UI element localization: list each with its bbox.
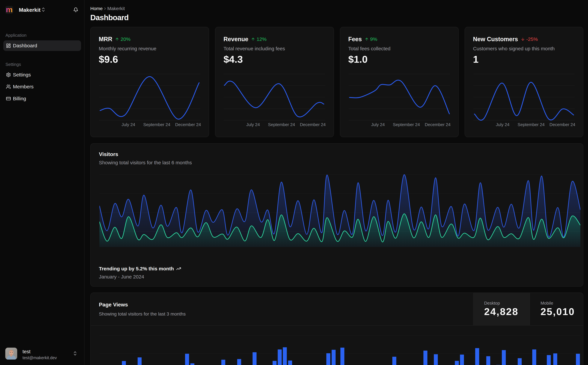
svg-text:July 24: July 24 <box>122 122 135 127</box>
svg-text:July 24: July 24 <box>371 122 385 127</box>
svg-text:m: m <box>6 6 13 14</box>
svg-text:September 24: September 24 <box>393 122 420 127</box>
svg-text:September 24: September 24 <box>143 122 170 127</box>
svg-text:September 24: September 24 <box>268 122 295 127</box>
svg-text:July 24: July 24 <box>246 122 260 127</box>
svg-text:December 24: December 24 <box>175 122 201 127</box>
svg-text:December 24: December 24 <box>549 122 575 127</box>
svg-text:July 24: July 24 <box>496 122 509 127</box>
svg-text:September 24: September 24 <box>518 122 545 127</box>
svg-text:December 24: December 24 <box>300 122 326 127</box>
svg-text:December 24: December 24 <box>425 122 450 127</box>
